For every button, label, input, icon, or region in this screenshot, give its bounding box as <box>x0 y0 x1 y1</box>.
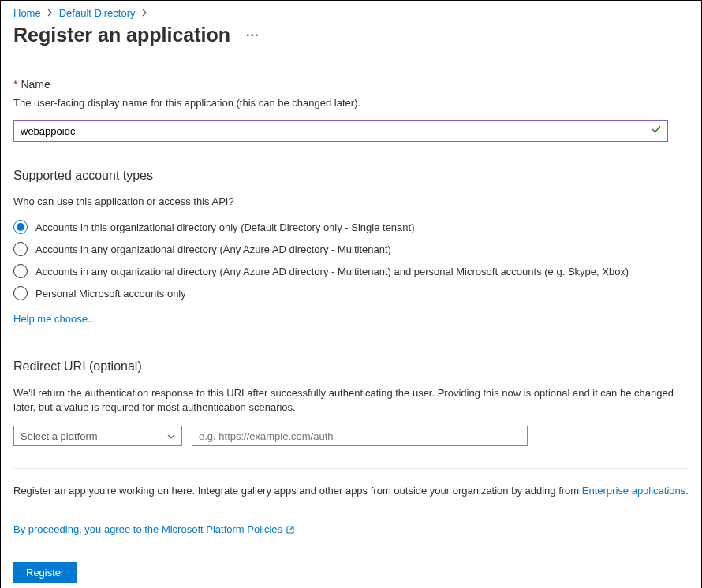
radio-personal-only[interactable]: Personal Microsoft accounts only <box>13 286 689 300</box>
radio-multitenant[interactable]: Accounts in any organizational directory… <box>13 242 689 256</box>
radio-button-icon <box>13 286 28 300</box>
name-section: *Name The user-facing display name for t… <box>13 78 689 142</box>
checkmark-icon <box>651 124 662 137</box>
radio-label: Accounts in this organizational director… <box>35 221 415 233</box>
radio-label: Accounts in any organizational directory… <box>35 266 629 277</box>
redirect-heading: Redirect URI (optional) <box>13 359 689 374</box>
redirect-uri-section: Redirect URI (optional) We'll return the… <box>13 359 689 446</box>
radio-button-icon <box>13 220 28 234</box>
breadcrumb-directory[interactable]: Default Directory <box>59 7 136 19</box>
platform-policies-link[interactable]: By proceeding, you agree to the Microsof… <box>13 523 689 535</box>
redirect-uri-input[interactable] <box>192 426 528 446</box>
enterprise-apps-info: Register an app you're working on here. … <box>13 485 689 497</box>
name-input[interactable] <box>13 120 668 142</box>
radio-single-tenant[interactable]: Accounts in this organizational director… <box>13 220 689 234</box>
radio-button-icon <box>13 264 28 278</box>
enterprise-applications-link[interactable]: Enterprise applications <box>582 485 686 497</box>
required-star: * <box>13 78 17 91</box>
external-link-icon <box>286 525 295 534</box>
chevron-right-icon <box>142 7 147 19</box>
register-button[interactable]: Register <box>13 562 77 583</box>
chevron-down-icon <box>167 430 175 442</box>
account-types-section: Supported account types Who can use this… <box>13 169 689 325</box>
more-actions-button[interactable]: ··· <box>246 28 259 43</box>
redirect-desc: We'll return the authentication response… <box>13 386 684 415</box>
name-label: *Name <box>13 78 689 91</box>
account-types-heading: Supported account types <box>13 169 689 183</box>
radio-multitenant-personal[interactable]: Accounts in any organizational directory… <box>13 264 689 278</box>
account-types-radio-group: Accounts in this organizational director… <box>13 220 689 300</box>
account-types-subtext: Who can use this application or access t… <box>13 195 689 207</box>
help-me-choose-link[interactable]: Help me choose... <box>13 313 96 325</box>
chevron-right-icon <box>47 7 53 19</box>
platform-select[interactable]: Select a platform <box>13 426 182 446</box>
breadcrumb: Home Default Directory <box>13 7 689 19</box>
divider <box>13 468 689 469</box>
page-title: Register an application ··· <box>13 24 689 47</box>
radio-button-icon <box>13 242 28 256</box>
radio-label: Accounts in any organizational directory… <box>35 244 391 255</box>
breadcrumb-home[interactable]: Home <box>13 7 41 19</box>
name-help: The user-facing display name for this ap… <box>13 97 689 109</box>
platform-select-label: Select a platform <box>21 430 98 442</box>
radio-label: Personal Microsoft accounts only <box>35 288 186 300</box>
